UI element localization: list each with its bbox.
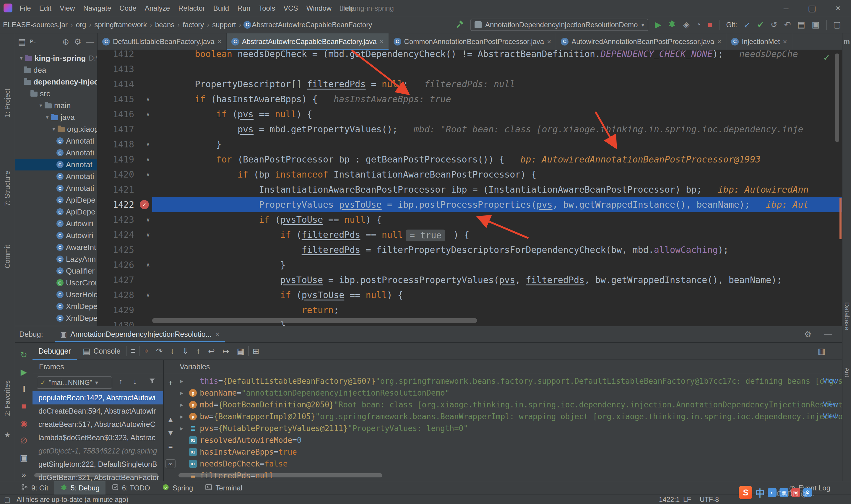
fold-marker[interactable]: ∨ bbox=[136, 167, 152, 182]
code-text[interactable] bbox=[152, 61, 842, 76]
tree-item-userhold[interactable]: CUserHold bbox=[15, 289, 97, 301]
minimize-icon[interactable]: – bbox=[773, 0, 799, 16]
tree-item-apidepe[interactable]: CApiDepe bbox=[15, 194, 97, 206]
tree-item-usergrou[interactable]: CUserGrou bbox=[15, 277, 97, 289]
tree-item-xmldepe[interactable]: CXmlDepe bbox=[15, 312, 97, 324]
tree-item-lazyann[interactable]: CLazyAnn bbox=[15, 253, 97, 265]
step-into-icon[interactable]: ↓ bbox=[167, 346, 179, 356]
tree-item-autowiri[interactable]: CAutowiri bbox=[15, 218, 97, 230]
project-view-icon[interactable]: ▤ bbox=[18, 37, 26, 47]
run-configuration-select[interactable]: AnnotationDependencyInjectionResolutionD… bbox=[470, 19, 648, 31]
view-link[interactable]: View bbox=[822, 376, 838, 385]
frames-filter-icon[interactable] bbox=[148, 377, 156, 387]
tree-item-src[interactable]: src bbox=[15, 88, 97, 100]
favorites-star-icon[interactable]: ★ bbox=[0, 431, 15, 439]
vcs-diff-icon[interactable]: ▣ bbox=[812, 20, 819, 30]
toolwindow-button-terminal[interactable]: Terminal bbox=[199, 481, 248, 495]
stack-frame[interactable]: lambda$doGetBean$0:323, Abstrac bbox=[33, 431, 163, 444]
code-text[interactable]: return; bbox=[152, 303, 842, 318]
tree-item-annotati[interactable]: CAnnotati bbox=[15, 170, 97, 182]
add-watch-icon[interactable]: + bbox=[164, 378, 177, 387]
editor-tab[interactable]: CCommonAnnotationBeanPostProcessor.java× bbox=[389, 33, 556, 50]
profiler-icon[interactable]: ◔ bbox=[696, 20, 701, 30]
rerun-icon[interactable]: ↻ bbox=[15, 350, 33, 360]
tree-item-dea[interactable]: dea bbox=[15, 64, 97, 76]
tree-item-annotati[interactable]: CAnnotati bbox=[15, 135, 97, 147]
expand-arrow-icon[interactable]: ▾ bbox=[17, 55, 25, 61]
code-text[interactable]: if (filteredPds == null= true ) { bbox=[152, 227, 842, 242]
stack-frame[interactable]: getObject:-1, 758348212 (org.spring bbox=[33, 444, 163, 457]
menu-analyze[interactable]: Analyze bbox=[141, 0, 174, 16]
breadcrumb-item[interactable]: factory bbox=[182, 21, 204, 29]
code-text[interactable]: pvs = mbd.getPropertyValues(); mbd: "Roo… bbox=[152, 122, 842, 137]
menu-file[interactable]: File bbox=[15, 0, 35, 16]
frames-hscrollbar[interactable] bbox=[34, 473, 158, 478]
stripe-database[interactable]: Database bbox=[843, 289, 851, 344]
variable-row-pvs[interactable]: ▶≣pvs = {MutablePropertyValues@2111} "Pr… bbox=[177, 422, 842, 434]
variable-row-this[interactable]: ▶this = {DefaultListableBeanFactory@1607… bbox=[177, 375, 842, 387]
encoding-widget[interactable]: UTF-8 bbox=[700, 496, 719, 504]
vcs-shelve-icon[interactable]: ▤ bbox=[798, 20, 805, 30]
expand-icon[interactable]: ▶ bbox=[180, 426, 189, 431]
fold-marker[interactable]: ∨ bbox=[136, 107, 152, 122]
variable-row-beanName[interactable]: ▶pbeanName = "annotationDependencyInject… bbox=[177, 387, 842, 399]
mute-breakpoints-icon[interactable]: ∅ bbox=[15, 436, 33, 446]
menu-window[interactable]: Window bbox=[302, 0, 336, 16]
close-icon[interactable]: × bbox=[825, 0, 851, 16]
breakpoint-icon[interactable]: ✓ bbox=[140, 200, 149, 209]
menu-view[interactable]: View bbox=[56, 0, 79, 16]
expand-icon[interactable]: ▶ bbox=[180, 390, 189, 396]
inspections-ok-icon[interactable]: ✓ bbox=[823, 52, 830, 62]
fold-marker[interactable]: ∨ bbox=[136, 227, 152, 242]
fold-marker[interactable]: ∨ bbox=[136, 212, 152, 227]
tree-item-annotat[interactable]: CAnnotat bbox=[15, 159, 97, 170]
hide-panel-icon[interactable]: — bbox=[86, 37, 94, 47]
maven-toolwindow-button[interactable]: m bbox=[843, 37, 851, 46]
stack-frame[interactable]: createBean:517, AbstractAutowireC bbox=[33, 418, 163, 431]
breadcrumb-item[interactable]: ELEASE-sources.jar bbox=[2, 21, 68, 29]
editor-tab[interactable]: CAutowiredAnnotationBeanPostProcessor.ja… bbox=[556, 33, 726, 50]
lambda-watch-icon[interactable]: ∞ bbox=[165, 460, 176, 468]
menu-run[interactable]: Run bbox=[233, 0, 254, 16]
presentation-icon[interactable]: ▢ bbox=[833, 20, 841, 30]
line-ending-widget[interactable]: LF bbox=[683, 496, 691, 504]
stop-icon[interactable]: ■ bbox=[707, 20, 712, 30]
menu-code[interactable]: Code bbox=[115, 0, 140, 16]
step-over-icon[interactable]: ↷ bbox=[152, 346, 167, 356]
grid-layout-icon[interactable]: ⊞ bbox=[249, 346, 263, 356]
code-text[interactable]: if (pvsToUse == null) { bbox=[152, 212, 842, 227]
code-text[interactable]: PropertyDescriptor[] filteredPds = null;… bbox=[152, 76, 842, 92]
coverage-icon[interactable]: ◈ bbox=[683, 20, 690, 30]
close-tab-icon[interactable]: × bbox=[380, 37, 384, 46]
thread-dump-icon[interactable]: ▣ bbox=[15, 453, 33, 463]
maximize-icon[interactable]: ▢ bbox=[799, 0, 825, 16]
stack-frame[interactable]: populateBean:1422, AbstractAutowi bbox=[33, 391, 163, 404]
vcs-update-icon[interactable]: ↙ bbox=[744, 20, 750, 30]
code-text[interactable]: } bbox=[152, 137, 842, 152]
tree-item-orgxiaoget[interactable]: ▾org.xiaoge.t bbox=[15, 123, 97, 135]
expand-arrow-icon[interactable]: ▾ bbox=[43, 114, 51, 121]
toolwindow-button--todo[interactable]: 6: TODO bbox=[106, 481, 156, 495]
debug-icon[interactable] bbox=[668, 19, 677, 30]
step-out-icon[interactable]: ↑ bbox=[193, 346, 204, 356]
editor-tab[interactable]: CDefaultListableBeanFactory.java× bbox=[97, 33, 227, 50]
tree-item-autowiri[interactable]: CAutowiri bbox=[15, 230, 97, 241]
vcs-rollback-icon[interactable]: ↶ bbox=[784, 20, 791, 30]
debug-session-tab[interactable]: ▣ AnnotationDependencyInjectionResolutio… bbox=[55, 326, 225, 342]
breadcrumb-item[interactable]: springframework bbox=[94, 21, 147, 29]
vcs-history-icon[interactable]: ↺ bbox=[771, 20, 777, 30]
move-down-icon[interactable]: ▼ bbox=[164, 428, 177, 437]
breadcrumb-item[interactable]: org bbox=[75, 21, 87, 29]
show-execution-point-icon[interactable]: ⌖ bbox=[140, 346, 152, 356]
run-icon[interactable]: ▶ bbox=[655, 20, 661, 30]
editor-tab[interactable]: CAbstractAutowireCapableBeanFactory.java… bbox=[227, 33, 389, 50]
editor-vscrollbar[interactable] bbox=[835, 53, 839, 142]
stripe--project[interactable]: 1: Project bbox=[0, 78, 15, 128]
code-text[interactable]: if (pvsToUse == null) { bbox=[152, 287, 842, 303]
menu-refactor[interactable]: Refactor bbox=[174, 0, 209, 16]
stack-frame[interactable]: getSingleton:222, DefaultSingletonB bbox=[33, 457, 163, 471]
debug-settings-gear-icon[interactable]: ⚙ bbox=[804, 329, 811, 339]
code-text[interactable]: boolean needsDepCheck = (mbd.getDependen… bbox=[152, 50, 842, 61]
editor-tab[interactable]: CInjectionMet× bbox=[726, 33, 792, 50]
fold-marker[interactable]: ∨ bbox=[136, 287, 152, 303]
